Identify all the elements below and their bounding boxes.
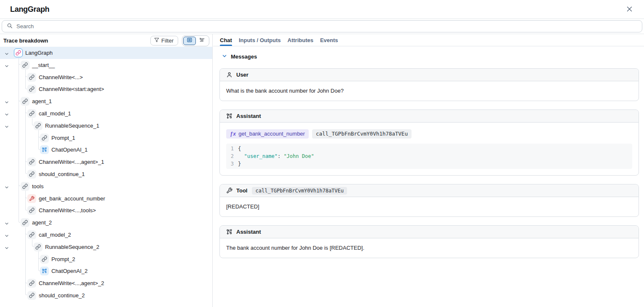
tool-call-badges: ƒxget_bank_account_numbercall_TGPbFnBrCv… (226, 129, 632, 139)
assistant-icon (226, 229, 232, 235)
tree-row-label: should_continue_2 (39, 292, 85, 299)
tree-row-label: Prompt_1 (51, 135, 75, 141)
tree-row[interactable]: ChannelWrite<...,agent>_2 (0, 277, 212, 289)
filter-icon (154, 37, 159, 44)
tree-row-label: ChannelWrite<...,agent>_2 (39, 280, 104, 286)
tree-row[interactable]: ChannelWrite<...,tools> (0, 204, 212, 216)
tree-row[interactable]: Prompt_2 (0, 253, 212, 265)
chevron-down-icon[interactable] (4, 245, 9, 250)
tree-row-label: should_continue_1 (39, 171, 85, 177)
chevron-down-icon (222, 53, 227, 60)
tree-row[interactable]: tools (0, 180, 212, 192)
tree-row-label: LangGraph (25, 50, 53, 56)
message-card: Assistantƒxget_bank_account_numbercall_T… (219, 109, 639, 176)
tree-row[interactable]: should_continue_1 (0, 168, 212, 180)
tree-row[interactable]: call_model_2 (0, 229, 212, 241)
llm-icon (40, 145, 49, 154)
tree-row[interactable]: ChatOpenAI_1 (0, 144, 212, 156)
message-card-header: Toolcall_TGPbFnBrCvmY0Vh1h78aTVEu (220, 184, 639, 197)
tree-row[interactable]: should_continue_2 (0, 289, 212, 302)
chevron-down-icon[interactable] (4, 51, 9, 56)
tab-events[interactable]: Events (320, 34, 338, 46)
tree-row-label: call_model_1 (39, 110, 71, 117)
tree-row-label: tools (32, 183, 43, 190)
tree-row-label: ChannelWrite<...> (39, 74, 83, 80)
chevron-down-icon[interactable] (4, 111, 9, 116)
fx-icon: ƒx (230, 131, 236, 137)
chain-icon (34, 243, 43, 251)
code-segment: { (238, 145, 241, 152)
message-role-label: Tool (236, 187, 247, 194)
trace-panel-header: Trace breakdown Filter (0, 34, 212, 47)
chain-icon (27, 230, 36, 239)
message-card-header: Assistant (220, 226, 639, 238)
chain-icon (27, 109, 36, 118)
view-toggle-waterfall[interactable] (197, 37, 208, 45)
tab-inputs-outputs[interactable]: Inputs / Outputs (239, 34, 281, 46)
messages-section-header[interactable]: Messages (222, 53, 639, 60)
user-icon (226, 72, 232, 78)
chain-icon (14, 48, 23, 57)
tree-row-label: RunnableSequence_1 (45, 123, 99, 129)
tree-row[interactable]: call_model_1 (0, 107, 212, 120)
waterfall-icon (199, 37, 205, 45)
search-input[interactable] (16, 23, 637, 29)
tree-row-label: get_bank_account_number (39, 195, 105, 202)
chain-icon (21, 182, 29, 191)
filter-button[interactable]: Filter (150, 36, 178, 45)
trace-panel: Trace breakdown Filter LangGraph__start_… (0, 34, 213, 307)
tree-row[interactable]: Prompt_1 (0, 132, 212, 144)
chevron-down-icon[interactable] (4, 184, 9, 189)
code-segment: } (238, 160, 241, 168)
tree-row[interactable]: agent_2 (0, 216, 212, 229)
tree-row-label: ChatOpenAI_2 (51, 268, 88, 274)
message-card: AssistantThe bank account number for Joh… (219, 225, 639, 258)
code-line: 1{ (226, 145, 632, 152)
tree-row[interactable]: ChatOpenAI_2 (0, 265, 212, 277)
wrench-icon (27, 194, 36, 203)
view-toggle-detail[interactable] (183, 37, 196, 45)
chevron-down-icon[interactable] (4, 63, 9, 68)
code-segment: "John Doe" (283, 152, 314, 160)
tree-row[interactable]: ChannelWrite<...,agent>_1 (0, 156, 212, 168)
assistant-icon (226, 113, 232, 119)
message-card-header: Assistant (220, 110, 639, 123)
tree-row-label: ChannelWrite<...,agent>_1 (39, 159, 104, 165)
tree-row-label: agent_1 (32, 98, 52, 104)
llm-icon (40, 267, 49, 275)
tree-row[interactable]: agent_1 (0, 95, 212, 107)
tree-row[interactable]: ChannelWrite<start:agent> (0, 83, 212, 95)
close-button[interactable] (625, 6, 633, 13)
chain-icon (40, 133, 49, 142)
tree-row[interactable]: get_bank_account_number (0, 192, 212, 205)
tabs-bar: Chat Inputs / Outputs Attributes Events (213, 34, 644, 46)
filter-button-label: Filter (161, 37, 174, 44)
chevron-down-icon[interactable] (4, 232, 9, 238)
chain-icon (27, 291, 36, 300)
message-body: The bank account number for John Doe is … (220, 238, 639, 258)
search-field[interactable] (2, 20, 642, 32)
chevron-down-icon[interactable] (4, 123, 9, 128)
chevron-down-icon[interactable] (4, 220, 9, 225)
chain-icon (40, 255, 49, 264)
chain-icon (27, 73, 36, 82)
tree-row[interactable]: RunnableSequence_1 (0, 120, 212, 132)
detail-panel: Chat Inputs / Outputs Attributes Events … (213, 34, 644, 307)
search-icon (7, 23, 13, 30)
titlebar: LangGraph (0, 0, 644, 19)
tab-chat[interactable]: Chat (220, 34, 232, 46)
close-icon (626, 5, 633, 14)
main-area: Trace breakdown Filter LangGraph__start_… (0, 34, 644, 307)
chevron-down-icon[interactable] (4, 99, 9, 104)
message-card: Toolcall_TGPbFnBrCvmY0Vh1h78aTVEu[REDACT… (219, 184, 639, 217)
code-line: 2 "user_name": "John Doe" (226, 152, 632, 160)
tree-row[interactable]: __start__ (0, 59, 212, 71)
tree-row[interactable]: ChannelWrite<...> (0, 71, 212, 83)
window-title: LangGraph (10, 5, 49, 14)
tree-row[interactable]: LangGraph (0, 47, 212, 59)
tree-row[interactable]: RunnableSequence_2 (0, 241, 212, 253)
chain-icon (34, 121, 43, 130)
list-detail-icon (187, 37, 192, 45)
tab-attributes[interactable]: Attributes (288, 34, 313, 46)
line-number: 1 (226, 145, 238, 152)
